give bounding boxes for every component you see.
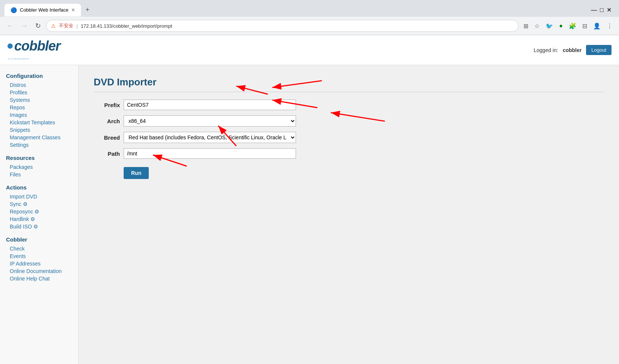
resources-section-title: Resources <box>6 155 72 161</box>
sidebar-item-import-dvd[interactable]: Import DVD <box>6 193 72 200</box>
prefix-row: Prefix <box>94 100 604 110</box>
tab-close-icon[interactable]: × <box>72 7 75 13</box>
logo-text: cobbler <box>14 38 60 54</box>
tab-title: Cobbler Web Interface <box>20 7 69 13</box>
browser-chrome: 🔵 Cobbler Web Interface × + — □ ✕ ← → ↻ … <box>0 0 619 35</box>
dvd-importer-form: Prefix Arch x86_64 i386 ppc ppc64 arm Br… <box>94 100 604 179</box>
tab-icon: 🔵 <box>10 7 17 13</box>
arch-select[interactable]: x86_64 i386 ppc ppc64 arm <box>124 115 296 127</box>
media-icon[interactable]: ⊟ <box>580 21 589 31</box>
username-label: cobbler <box>563 47 582 53</box>
sidebar-item-online-docs[interactable]: Online Documentation <box>6 267 72 275</box>
sidebar-item-hardlink[interactable]: Hardlink ⚙ <box>6 215 72 223</box>
path-label: Path <box>94 151 120 157</box>
sidebar-item-profiles[interactable]: Profiles <box>6 89 72 96</box>
sidebar-item-distros[interactable]: Distros <box>6 81 72 89</box>
breed-select[interactable]: Red Hat based (includes Fedora, CentOS, … <box>124 132 296 143</box>
forward-button[interactable]: → <box>19 21 30 31</box>
breed-label: Breed <box>94 134 120 141</box>
refresh-button[interactable]: ↻ <box>33 20 43 31</box>
back-button[interactable]: ← <box>4 21 16 31</box>
address-separator: | <box>76 23 78 29</box>
sidebar-item-packages[interactable]: Packages <box>6 163 72 171</box>
extensions-icon[interactable]: 🧩 <box>567 21 578 31</box>
sidebar-item-check[interactable]: Check <box>6 245 72 252</box>
menu-icon[interactable]: ⋮ <box>605 21 615 31</box>
app-header: cobbler cobbler Logged in: cobbler Logou… <box>0 35 619 65</box>
close-window-button[interactable]: ✕ <box>607 6 612 13</box>
browser-tab[interactable]: 🔵 Cobbler Web Interface × <box>4 4 81 16</box>
account-icon[interactable]: 👤 <box>591 21 603 31</box>
prefix-input[interactable] <box>124 100 296 110</box>
page-title: DVD Importer <box>94 76 604 92</box>
path-input[interactable] <box>124 148 296 159</box>
sidebar-item-build-iso[interactable]: Build ISO ⚙ <box>6 223 72 230</box>
logo: cobbler cobbler <box>7 38 60 62</box>
browser-title-bar: 🔵 Cobbler Web Interface × + — □ ✕ <box>0 0 619 17</box>
sidebar-item-ip-addresses[interactable]: IP Addresses <box>6 260 72 267</box>
extension-icon2[interactable]: ● <box>557 21 565 31</box>
sidebar-item-systems[interactable]: Systems <box>6 96 72 104</box>
header-right: Logged in: cobbler Logout <box>534 45 612 55</box>
configuration-section-title: Configuration <box>6 73 72 79</box>
address-bar[interactable]: ⚠ 不安全 | 172.18.41.133/cobbler_web/import… <box>46 20 519 32</box>
address-text: 172.18.41.133/cobbler_web/import/prompt <box>81 23 514 29</box>
sidebar-item-online-help[interactable]: Online Help Chat <box>6 275 72 282</box>
maximize-button[interactable]: □ <box>600 6 604 13</box>
minimize-button[interactable]: — <box>591 6 597 13</box>
logout-button[interactable]: Logout <box>586 45 612 55</box>
logo-circle <box>7 43 13 49</box>
sidebar-item-snippets[interactable]: Snippets <box>6 126 72 134</box>
sidebar-item-mgmt-classes[interactable]: Management Classes <box>6 134 72 141</box>
breed-row: Breed Red Hat based (includes Fedora, Ce… <box>94 132 604 143</box>
sidebar-item-images[interactable]: Images <box>6 111 72 119</box>
sidebar-item-kickstart[interactable]: Kickstart Templates <box>6 119 72 126</box>
sidebar-item-settings[interactable]: Settings <box>6 141 72 149</box>
sidebar-item-repos[interactable]: Repos <box>6 104 72 111</box>
arch-row: Arch x86_64 i386 ppc ppc64 arm <box>94 115 604 127</box>
sidebar-item-files[interactable]: Files <box>6 171 72 178</box>
logged-in-label: Logged in: <box>534 47 558 53</box>
run-button-container: Run <box>124 164 604 179</box>
browser-toolbar: ← → ↻ ⚠ 不安全 | 172.18.41.133/cobbler_web/… <box>0 17 619 35</box>
sidebar: Configuration Distros Profiles Systems R… <box>0 65 79 364</box>
cobbler-section-title: Cobbler <box>6 236 72 243</box>
logo-reflection: cobbler <box>7 58 29 61</box>
app-body: Configuration Distros Profiles Systems R… <box>0 65 619 364</box>
sidebar-item-sync[interactable]: Sync ⚙ <box>6 200 72 208</box>
path-row: Path <box>94 148 604 159</box>
security-warning-icon: ⚠ <box>51 23 56 29</box>
translate-icon[interactable]: ⊞ <box>522 21 530 31</box>
arch-label: Arch <box>94 118 120 124</box>
security-label: 不安全 <box>59 22 73 29</box>
sidebar-item-events[interactable]: Events <box>6 252 72 260</box>
browser-toolbar-icons: ⊞ ☆ 🐦 ● 🧩 ⊟ 👤 ⋮ <box>522 21 615 31</box>
main-content: DVD Importer Prefix Arch x86_64 i386 ppc… <box>79 65 619 364</box>
sidebar-item-reposync[interactable]: Reposync ⚙ <box>6 208 72 215</box>
run-button[interactable]: Run <box>124 167 149 179</box>
new-tab-button[interactable]: + <box>82 3 93 17</box>
prefix-label: Prefix <box>94 102 120 108</box>
bookmark-icon[interactable]: ☆ <box>532 21 541 31</box>
extension-icon1[interactable]: 🐦 <box>544 21 555 31</box>
actions-section-title: Actions <box>6 184 72 191</box>
